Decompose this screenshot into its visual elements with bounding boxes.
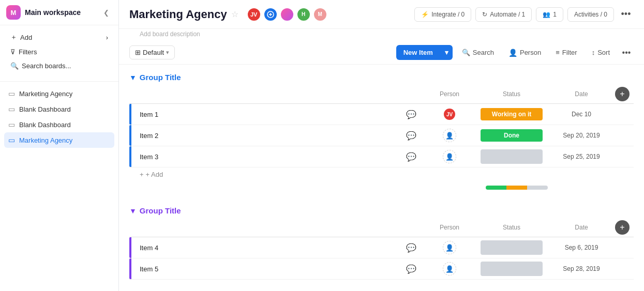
search-boards-label: Search boards... <box>22 62 71 70</box>
group-1-title[interactable]: Group Title <box>140 73 181 82</box>
row-bar <box>129 104 131 125</box>
automate-icon: ↻ <box>482 11 487 18</box>
sidebar-nav: ▭ Marketing Agency ▭ Blank Dashboard ▭ B… <box>0 86 118 291</box>
chat-icon[interactable]: 💬 <box>406 110 416 119</box>
row-status[interactable] <box>475 149 548 164</box>
search-button[interactable]: 🔍 Search <box>457 46 499 59</box>
avatar-group: JV H M <box>247 7 327 22</box>
integrate-label: Integrate / 0 <box>431 11 465 18</box>
group-1-chevron[interactable]: ▼ <box>129 73 137 82</box>
board-title-area: Marketing Agency ☆ JV H M <box>129 7 327 22</box>
row-item-name[interactable]: Item 3 <box>140 151 399 163</box>
row-person[interactable]: JV <box>424 108 475 121</box>
star-icon[interactable]: ☆ <box>231 9 238 19</box>
nav-item-label: Blank Dashboard <box>19 105 71 113</box>
board-description-area: Add board description <box>119 29 644 41</box>
row-bar <box>129 237 131 258</box>
add-item-row[interactable]: + + Add <box>129 167 634 181</box>
sidebar: M Main workspace ❮ ＋ Add › ⊽ Filters 🔍 S… <box>0 0 119 291</box>
nav-item-label: Blank Dashboard <box>19 121 71 129</box>
row-chat[interactable]: 💬 <box>399 110 424 119</box>
chat-icon[interactable]: 💬 <box>406 131 416 141</box>
main-content: Marketing Agency ☆ JV H M ⚡ Integrate / … <box>119 0 644 291</box>
chat-icon[interactable]: 💬 <box>406 264 416 274</box>
row-person[interactable]: 👤 <box>424 150 475 163</box>
add-column-button[interactable]: + <box>615 220 630 235</box>
search-boards-button[interactable]: 🔍 Search boards... <box>5 59 113 73</box>
chat-icon[interactable]: 💬 <box>406 243 416 253</box>
filters-button[interactable]: ⊽ Filters <box>5 45 113 59</box>
row-item-name[interactable]: Item 2 <box>140 130 399 142</box>
row-status[interactable] <box>475 240 548 255</box>
table-row: Item 2 💬 👤 Done Sep 20, 2019 <box>129 125 634 146</box>
new-item-arrow-icon[interactable]: ▾ <box>441 45 453 60</box>
activities-button[interactable]: Activities / 0 <box>567 7 614 22</box>
row-person[interactable]: 👤 <box>424 129 475 142</box>
group-2: ▼ Group Title Person Status Date + Item … <box>129 206 634 280</box>
sidebar-item-blank-dashboard-2[interactable]: ▭ Blank Dashboard <box>4 117 114 132</box>
person-icon: 👤 <box>508 49 517 57</box>
row-item-name[interactable]: Item 5 <box>140 263 399 275</box>
row-person[interactable]: 👤 <box>424 241 475 254</box>
add-column-button[interactable]: + <box>615 87 630 101</box>
row-item-name[interactable]: Item 4 <box>140 242 399 254</box>
avatar-pink2: M <box>313 7 327 22</box>
group-2-header: ▼ Group Title <box>129 206 634 215</box>
automate-label: Automate / 1 <box>490 11 525 18</box>
col-status-header: Status <box>475 90 548 98</box>
row-chat[interactable]: 💬 <box>399 152 424 162</box>
more-options-button[interactable]: ••• <box>618 7 634 22</box>
row-status[interactable] <box>475 262 548 276</box>
invite-label: 1 <box>553 11 557 18</box>
group-2-chevron[interactable]: ▼ <box>129 207 137 215</box>
progress-bars <box>486 186 548 190</box>
col-status-header: Status <box>475 224 548 231</box>
row-chat[interactable]: 💬 <box>399 243 424 253</box>
avatar-green: H <box>296 7 311 22</box>
add-icon: + <box>140 171 144 178</box>
row-status[interactable]: Done <box>475 129 548 142</box>
row-chat[interactable]: 💬 <box>399 264 424 274</box>
row-person[interactable]: 👤 <box>424 262 475 275</box>
search-label: Search <box>473 49 494 56</box>
nav-item-label: Marketing Agency <box>19 136 72 144</box>
col-add-header[interactable]: + <box>615 87 634 101</box>
col-add-header[interactable]: + <box>615 220 634 235</box>
sidebar-item-marketing-agency-1[interactable]: ▭ Marketing Agency <box>4 86 114 101</box>
sidebar-item-blank-dashboard-1[interactable]: ▭ Blank Dashboard <box>4 101 114 117</box>
row-status[interactable]: Working on it <box>475 108 548 120</box>
group-2-title[interactable]: Group Title <box>140 206 181 215</box>
sidebar-divider <box>0 81 118 82</box>
sidebar-item-marketing-agency-2[interactable]: ▭ Marketing Agency <box>4 132 114 148</box>
table-row: Item 3 💬 👤 Sep 25, 2019 <box>129 146 634 167</box>
table-row: Item 5 💬 👤 Sep 28, 2019 <box>129 258 634 280</box>
sort-button[interactable]: ↕ Sort <box>587 46 615 59</box>
filter-button[interactable]: ≡ Filter <box>550 46 582 59</box>
empty-person-icon: 👤 <box>443 241 456 254</box>
table-row: Item 1 💬 JV Working on it Dec 10 <box>129 104 634 125</box>
person-filter-button[interactable]: 👤 Person <box>503 46 546 59</box>
sidebar-collapse-button[interactable]: ❮ <box>100 6 112 19</box>
add-button[interactable]: ＋ Add › <box>5 29 113 45</box>
view-selector[interactable]: ⊞ Default ▾ <box>129 45 175 59</box>
add-label: + Add <box>146 171 163 178</box>
board-description[interactable]: Add board description <box>129 30 211 38</box>
toolbar-more-button[interactable]: ••• <box>619 45 634 60</box>
search-icon: 🔍 <box>10 62 19 70</box>
view-label: Default <box>143 49 164 56</box>
view-chevron-icon: ▾ <box>166 49 169 56</box>
grid-icon: ⊞ <box>135 49 141 56</box>
avatar-pink <box>280 7 294 22</box>
sidebar-header: M Main workspace ❮ <box>0 0 118 25</box>
automate-button[interactable]: ↻ Automate / 1 <box>475 7 532 22</box>
new-item-button[interactable]: New Item ▾ <box>396 45 453 60</box>
chat-icon[interactable]: 💬 <box>406 152 416 162</box>
integrate-button[interactable]: ⚡ Integrate / 0 <box>414 7 471 22</box>
row-bar <box>129 125 131 146</box>
row-item-name[interactable]: Item 1 <box>140 109 399 120</box>
row-date: Sep 6, 2019 <box>548 244 615 251</box>
row-chat[interactable]: 💬 <box>399 131 424 141</box>
activities-label: Activities / 0 <box>574 11 607 18</box>
avatar: JV <box>443 108 456 121</box>
invite-button[interactable]: 👥 1 <box>536 7 563 22</box>
